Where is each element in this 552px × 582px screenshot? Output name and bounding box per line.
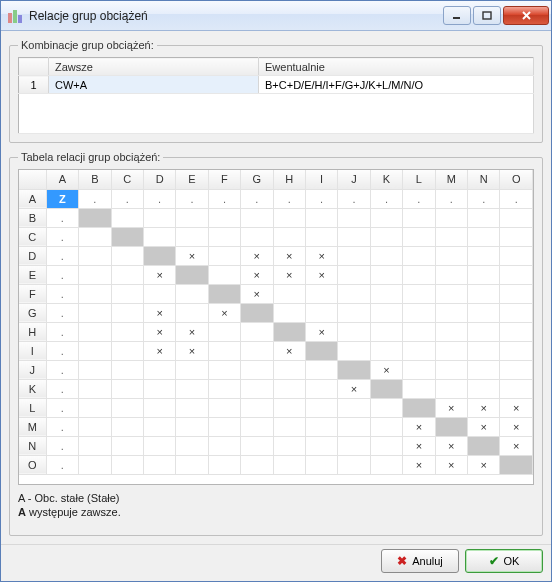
- rel-cell-H-H[interactable]: [273, 322, 305, 341]
- rel-cell-L-K[interactable]: [370, 398, 402, 417]
- rel-cell-J-N[interactable]: [467, 360, 499, 379]
- rel-cell-C-N[interactable]: [467, 227, 499, 246]
- rel-cell-I-L[interactable]: [403, 341, 435, 360]
- rel-cell-E-H[interactable]: ×: [273, 265, 305, 284]
- rel-cell-C-E[interactable]: [176, 227, 208, 246]
- rel-cell-M-K[interactable]: [370, 417, 402, 436]
- rel-cell-E-C[interactable]: [111, 265, 143, 284]
- rel-cell-A-A[interactable]: Z: [46, 189, 78, 208]
- rel-cell-C-K[interactable]: [370, 227, 402, 246]
- rel-cell-F-F[interactable]: [208, 284, 240, 303]
- rel-cell-G-N[interactable]: [467, 303, 499, 322]
- rel-cell-B-H[interactable]: [273, 208, 305, 227]
- rel-cell-I-M[interactable]: [435, 341, 467, 360]
- rel-cell-C-I[interactable]: [305, 227, 337, 246]
- rel-cell-K-E[interactable]: [176, 379, 208, 398]
- rel-cell-E-E[interactable]: [176, 265, 208, 284]
- rel-cell-D-I[interactable]: ×: [305, 246, 337, 265]
- rel-cell-J-C[interactable]: [111, 360, 143, 379]
- rel-cell-B-M[interactable]: [435, 208, 467, 227]
- rel-cell-G-E[interactable]: [176, 303, 208, 322]
- rel-cell-G-J[interactable]: [338, 303, 370, 322]
- rel-cell-O-H[interactable]: [273, 455, 305, 474]
- rel-cell-D-K[interactable]: [370, 246, 402, 265]
- rel-cell-F-B[interactable]: [79, 284, 111, 303]
- rel-cell-J-B[interactable]: [79, 360, 111, 379]
- rel-cell-G-K[interactable]: [370, 303, 402, 322]
- rel-cell-N-O[interactable]: ×: [500, 436, 533, 455]
- rel-cell-N-I[interactable]: [305, 436, 337, 455]
- rel-cell-H-I[interactable]: ×: [305, 322, 337, 341]
- rel-cell-L-J[interactable]: [338, 398, 370, 417]
- rel-cell-F-K[interactable]: [370, 284, 402, 303]
- rel-cell-B-B[interactable]: [79, 208, 111, 227]
- rel-cell-K-A[interactable]: .: [46, 379, 78, 398]
- rel-cell-G-A[interactable]: .: [46, 303, 78, 322]
- rel-cell-N-L[interactable]: ×: [403, 436, 435, 455]
- rel-cell-E-L[interactable]: [403, 265, 435, 284]
- rel-cell-G-O[interactable]: [500, 303, 533, 322]
- rel-cell-A-J[interactable]: .: [338, 189, 370, 208]
- rel-cell-K-K[interactable]: [370, 379, 402, 398]
- rel-cell-I-B[interactable]: [79, 341, 111, 360]
- rel-cell-F-A[interactable]: .: [46, 284, 78, 303]
- titlebar[interactable]: Relacje grup obciążeń: [1, 1, 551, 31]
- rel-cell-H-E[interactable]: ×: [176, 322, 208, 341]
- rel-cell-C-F[interactable]: [208, 227, 240, 246]
- rel-cell-E-J[interactable]: [338, 265, 370, 284]
- rel-cell-L-I[interactable]: [305, 398, 337, 417]
- close-button[interactable]: [503, 6, 549, 25]
- rel-cell-M-C[interactable]: [111, 417, 143, 436]
- rel-cell-C-J[interactable]: [338, 227, 370, 246]
- rel-cell-I-C[interactable]: [111, 341, 143, 360]
- rel-cell-D-O[interactable]: [500, 246, 533, 265]
- rel-cell-F-E[interactable]: [176, 284, 208, 303]
- rel-cell-C-D[interactable]: [143, 227, 175, 246]
- rel-cell-B-O[interactable]: [500, 208, 533, 227]
- rel-cell-L-F[interactable]: [208, 398, 240, 417]
- rel-cell-B-J[interactable]: [338, 208, 370, 227]
- rel-cell-I-G[interactable]: [241, 341, 273, 360]
- rel-cell-E-D[interactable]: ×: [143, 265, 175, 284]
- rel-cell-H-B[interactable]: [79, 322, 111, 341]
- rel-cell-N-B[interactable]: [79, 436, 111, 455]
- rel-cell-K-F[interactable]: [208, 379, 240, 398]
- rel-cell-B-L[interactable]: [403, 208, 435, 227]
- rel-cell-L-M[interactable]: ×: [435, 398, 467, 417]
- rel-cell-B-K[interactable]: [370, 208, 402, 227]
- rel-cell-J-K[interactable]: ×: [370, 360, 402, 379]
- rel-cell-N-M[interactable]: ×: [435, 436, 467, 455]
- combo-row-always[interactable]: CW+A: [49, 76, 259, 94]
- rel-cell-J-J[interactable]: [338, 360, 370, 379]
- rel-cell-K-D[interactable]: [143, 379, 175, 398]
- rel-cell-J-L[interactable]: [403, 360, 435, 379]
- rel-cell-M-D[interactable]: [143, 417, 175, 436]
- rel-cell-C-C[interactable]: [111, 227, 143, 246]
- rel-cell-A-N[interactable]: .: [467, 189, 499, 208]
- rel-cell-O-K[interactable]: [370, 455, 402, 474]
- rel-cell-H-F[interactable]: [208, 322, 240, 341]
- rel-cell-L-N[interactable]: ×: [467, 398, 499, 417]
- rel-cell-I-N[interactable]: [467, 341, 499, 360]
- rel-cell-M-I[interactable]: [305, 417, 337, 436]
- rel-cell-L-H[interactable]: [273, 398, 305, 417]
- rel-cell-O-C[interactable]: [111, 455, 143, 474]
- rel-cell-A-C[interactable]: .: [111, 189, 143, 208]
- rel-cell-D-L[interactable]: [403, 246, 435, 265]
- rel-cell-G-M[interactable]: [435, 303, 467, 322]
- rel-cell-E-N[interactable]: [467, 265, 499, 284]
- rel-cell-E-F[interactable]: [208, 265, 240, 284]
- rel-cell-A-L[interactable]: .: [403, 189, 435, 208]
- rel-cell-A-G[interactable]: .: [241, 189, 273, 208]
- rel-cell-G-F[interactable]: ×: [208, 303, 240, 322]
- rel-cell-C-B[interactable]: [79, 227, 111, 246]
- rel-cell-B-D[interactable]: [143, 208, 175, 227]
- rel-cell-L-E[interactable]: [176, 398, 208, 417]
- rel-cell-N-G[interactable]: [241, 436, 273, 455]
- rel-cell-J-E[interactable]: [176, 360, 208, 379]
- rel-cell-O-O[interactable]: [500, 455, 533, 474]
- rel-cell-G-L[interactable]: [403, 303, 435, 322]
- rel-cell-N-C[interactable]: [111, 436, 143, 455]
- rel-cell-O-M[interactable]: ×: [435, 455, 467, 474]
- rel-cell-I-E[interactable]: ×: [176, 341, 208, 360]
